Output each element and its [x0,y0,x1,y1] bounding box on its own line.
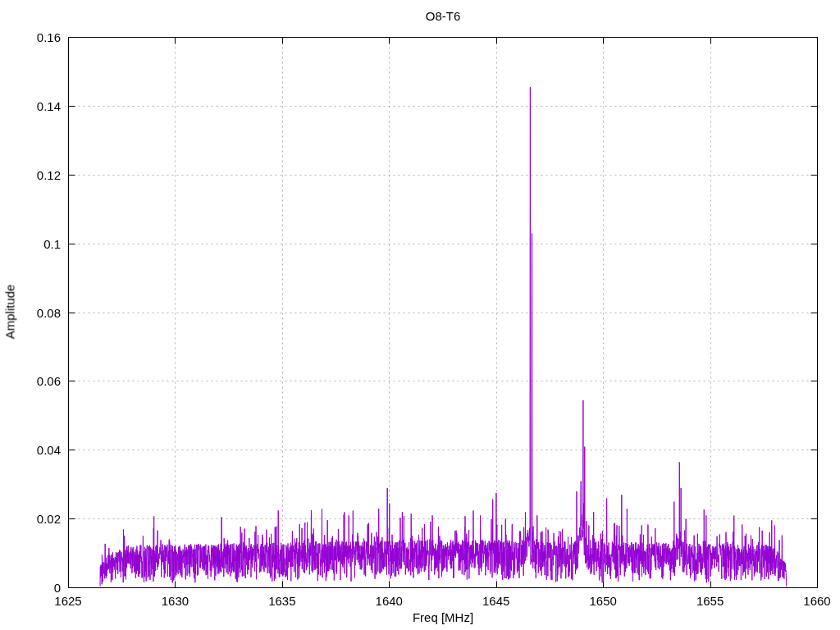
y-tick-label: 0.06 [37,374,61,388]
spectrum-figure: O8-T6 Freq [MHz] Amplitude 1625163016351… [0,0,840,630]
y-axis-label: Amplitude [3,285,17,340]
plot-canvas [0,0,840,630]
chart-title: O8-T6 [426,9,461,23]
x-tick-label: 1660 [803,594,830,608]
y-tick-label: 0.16 [37,30,61,44]
y-tick-label: 0 [54,581,61,595]
y-tick-label: 0.02 [37,512,61,526]
x-tick-label: 1635 [268,594,295,608]
y-tick-label: 0.04 [37,443,61,457]
x-tick-label: 1640 [376,594,403,608]
x-tick-label: 1645 [482,594,509,608]
y-tick-label: 0.14 [37,98,61,112]
y-tick-label: 0.12 [37,167,61,181]
x-tick-label: 1655 [696,594,724,608]
x-tick-label: 1625 [54,594,81,608]
y-tick-label: 0.08 [37,305,61,319]
y-tick-label: 0.1 [43,236,61,250]
x-axis-label: Freq [MHz] [413,610,473,624]
x-tick-label: 1650 [589,594,616,608]
x-tick-label: 1630 [162,594,189,608]
